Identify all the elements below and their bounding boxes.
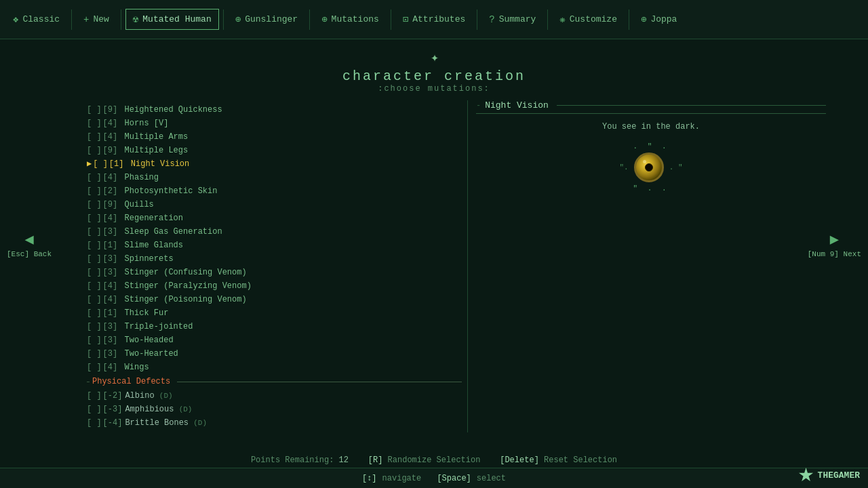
mutation-name: Albino (D): [125, 390, 462, 402]
mutation-name: Horns [V]: [125, 117, 462, 129]
nav-classic-label: Classic: [22, 14, 60, 24]
nav-gunslinger-label: Gunslinger: [245, 14, 298, 24]
mutation-row-thick-fur[interactable]: [ ] [1] Thick Fur: [81, 306, 467, 320]
watermark-text: THEGAMER: [818, 470, 860, 481]
mutation-row-two-headed[interactable]: [ ] [3] Two-Headed: [81, 333, 467, 347]
nav-new[interactable]: + New: [76, 9, 117, 30]
mutation-row-stinger-confusing[interactable]: [ ] [3] Stinger (Confusing Venom): [81, 266, 467, 279]
randomize-key: [R]: [368, 455, 383, 465]
mutation-name: Stinger (Poisoning Venom): [125, 293, 462, 306]
mutation-row-phasing[interactable]: [ ] [4] Phasing: [81, 171, 467, 184]
detail-title-bar: - Night Vision: [476, 100, 826, 114]
defect-row-amphibious[interactable]: [ ] [-3] Amphibious (D): [81, 403, 467, 416]
nav-classic[interactable]: ❖ Classic: [5, 9, 67, 30]
mutation-row-multiple-arms[interactable]: [ ] [4] Multiple Arms: [81, 130, 467, 144]
nav-gunslinger[interactable]: ⊕ Gunslinger: [228, 9, 305, 30]
nav-customize[interactable]: ❋ Customize: [552, 9, 625, 30]
customize-icon: ❋: [559, 14, 565, 25]
mutation-row-wings[interactable]: [ ] [4] Wings: [81, 361, 467, 374]
eye-bottom-dots: " . .: [633, 184, 669, 192]
delete-key: [Delete]: [500, 455, 539, 465]
mutation-name: Night Vision: [131, 158, 462, 170]
mutation-row-regeneration[interactable]: [ ] [4] Regeneration: [81, 211, 467, 225]
mutation-name: Phasing: [125, 171, 462, 184]
mutation-name: Heightened Quickness: [125, 104, 462, 116]
mutation-name: Two-Headed: [125, 334, 462, 346]
detail-title: Night Vision: [481, 100, 553, 110]
logo-icon: ✦: [0, 49, 868, 66]
nav-help-label: navigate: [382, 474, 422, 483]
nav-sep-7: [547, 9, 548, 30]
mutation-name: Carnivorous (D): [125, 430, 462, 432]
mutation-row-stinger-poisoning[interactable]: [ ] [4] Stinger (Poisoning Venom): [81, 293, 467, 306]
nav-key: [↕]: [362, 474, 377, 483]
nav-joppa[interactable]: ⊕ Joppa: [633, 9, 684, 30]
defect-row-carnivorous[interactable]: [ ] [-2] Carnivorous (D): [81, 430, 467, 432]
nav-sep-1: [71, 9, 72, 30]
mutation-name: Amphibious (D): [125, 403, 462, 415]
mutation-row-triple-jointed[interactable]: [ ] [3] Triple-jointed: [81, 320, 467, 333]
nav-mutated-human[interactable]: ☢ Mutated Human: [125, 9, 219, 30]
nav-attributes[interactable]: ⊡ Attributes: [395, 9, 473, 30]
mutation-row-quills[interactable]: [ ] [9] Quills: [81, 198, 467, 211]
nav-sep-6: [477, 9, 477, 30]
help-bar: [↕] navigate [Space] select: [0, 468, 868, 488]
attributes-icon: ⊡: [403, 14, 408, 25]
page-subtitle: :choose mutations:: [0, 84, 868, 94]
left-nav[interactable]: ◀ [Esc] Back: [7, 230, 52, 258]
selected-arrow: ▶: [87, 158, 92, 170]
mutation-name: Quills: [125, 199, 462, 211]
nav-sep-2: [121, 9, 121, 30]
classic-icon: ❖: [13, 14, 18, 25]
nav-mutations-label: Mutations: [332, 14, 379, 24]
mutation-row-slime-glands[interactable]: [ ] [1] Slime Glands: [81, 239, 467, 252]
mutation-name: Multiple Arms: [125, 131, 462, 143]
mutation-row-photosynthetic-skin[interactable]: [ ] [2] Photosynthetic Skin: [81, 184, 467, 198]
nav-customize-label: Customize: [570, 14, 617, 24]
delete-label: Reset Selection: [544, 455, 617, 465]
thegamer-icon: [799, 468, 814, 483]
mutation-row-stinger-paralyzing[interactable]: [ ] [4] Stinger (Paralyzing Venom): [81, 279, 467, 293]
mutation-name: Thick Fur: [125, 307, 462, 319]
nav-attributes-label: Attributes: [412, 14, 465, 24]
nav-sep-3: [223, 9, 224, 30]
defect-row-albino[interactable]: [ ] [-2] Albino (D): [81, 389, 467, 403]
eye-top-dots: . " .: [633, 142, 669, 150]
mutation-row-two-hearted[interactable]: [ ] [3] Two-Hearted: [81, 347, 467, 361]
eye-right-dots: . ": [669, 163, 683, 171]
page-title: character creation: [0, 68, 868, 84]
mutation-name: Regeneration: [125, 212, 462, 224]
nav-sep-4: [309, 9, 310, 30]
defect-row-brittle-bones[interactable]: [ ] [-4] Brittle Bones (D): [81, 416, 467, 430]
mutation-name: Stinger (Confusing Venom): [125, 266, 462, 279]
mutation-name: Brittle Bones (D): [125, 417, 462, 429]
select-help-label: select: [477, 474, 506, 483]
nav-sep-5: [391, 9, 391, 30]
detail-panel: - Night Vision You see in the dark. . " …: [468, 100, 834, 432]
mutation-row-sleep-gas[interactable]: [ ] [3] Sleep Gas Generation: [81, 225, 467, 239]
page-header: ✦ character creation :choose mutations:: [0, 39, 868, 100]
mutations-icon: ⊕: [321, 14, 327, 25]
mutation-row-heightened-quickness[interactable]: [ ] [9] Heightened Quickness: [81, 103, 467, 117]
mutation-name: Multiple Legs: [125, 144, 462, 157]
main-content: [ ] [9] Heightened Quickness [ ] [4] Hor…: [41, 100, 834, 432]
left-arrow-icon: ◀: [7, 230, 52, 249]
mutation-name: Slime Glands: [125, 239, 462, 251]
nav-joppa-label: Joppa: [650, 14, 677, 24]
defects-section-header: Physical Defects: [81, 374, 467, 389]
status-bar: Points Remaining: 12 [R] Randomize Selec…: [0, 453, 868, 468]
mutations-panel[interactable]: [ ] [9] Heightened Quickness [ ] [4] Hor…: [81, 100, 468, 432]
gunslinger-icon: ⊕: [235, 14, 241, 25]
randomize-label: Randomize Selection: [388, 455, 481, 465]
mutation-row-night-vision[interactable]: ▶ [ ] [1] Night Vision: [81, 157, 467, 171]
mutation-row-spinnerets[interactable]: [ ] [3] Spinnerets: [81, 252, 467, 266]
mutation-row-multiple-legs[interactable]: [ ] [9] Multiple Legs: [81, 144, 467, 157]
nav-mutated-human-label: Mutated Human: [142, 14, 211, 24]
mutation-name: Wings: [125, 361, 462, 373]
mutation-row-horns[interactable]: [ ] [4] Horns [V]: [81, 117, 467, 130]
nav-mutations[interactable]: ⊕ Mutations: [314, 9, 387, 30]
eye-graphic: [634, 152, 664, 182]
nav-summary[interactable]: ? Summary: [481, 9, 543, 30]
mutation-name: Photosynthetic Skin: [125, 185, 462, 197]
mutation-name: Triple-jointed: [125, 321, 462, 333]
